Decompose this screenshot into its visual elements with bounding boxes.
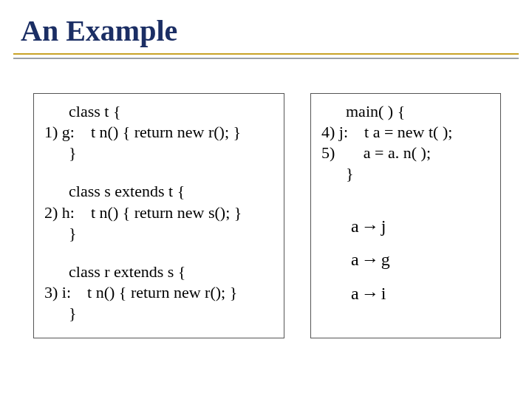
arrow-list: a→j a→g a→i [321, 210, 490, 311]
arrow-row: a→i [351, 277, 490, 311]
arrow-rhs: g [381, 250, 390, 269]
code-line: } [44, 143, 77, 162]
code-line: } [321, 164, 354, 183]
title-underline-gray [13, 58, 519, 59]
code-line: 2) h: t n() { return new s(); } [44, 203, 242, 222]
arrow-icon: → [359, 243, 381, 277]
arrow-lhs: a [351, 216, 359, 236]
code-block-1: class t { 1) g: t n() { return new r(); … [44, 101, 273, 163]
arrow-rhs: i [381, 284, 386, 303]
left-code-box: class t { 1) g: t n() { return new r(); … [33, 93, 284, 338]
arrow-lhs: a [351, 250, 359, 269]
arrow-lhs: a [351, 284, 359, 303]
arrow-icon: → [359, 277, 381, 311]
arrow-row: a→g [351, 243, 490, 277]
code-line: 3) i: t n() { return new r(); } [44, 283, 237, 301]
main-block: main( ) { 4) j: t a = new t( ); 5) a = a… [321, 101, 490, 185]
title-underline-gold [13, 53, 519, 55]
code-line: class r extends s { [44, 262, 185, 281]
code-block-2: class s extends t { 2) h: t n() { return… [44, 181, 273, 243]
code-line: main( ) { [321, 102, 405, 120]
arrow-rhs: j [381, 216, 386, 236]
code-line: 5) a = a. n( ); [321, 143, 431, 162]
code-line: class s extends t { [44, 182, 185, 200]
code-line: } [44, 224, 77, 242]
code-line: } [44, 304, 77, 322]
arrow-icon: → [359, 210, 381, 244]
code-line: 4) j: t a = new t( ); [321, 123, 452, 141]
page-title: An Example [21, 13, 177, 48]
code-block-3: class r extends s { 3) i: t n() { return… [44, 262, 273, 324]
slide: An Example class t { 1) g: t n() { retur… [0, 0, 532, 399]
code-line: class t { [44, 102, 120, 120]
arrow-row: a→j [351, 210, 490, 244]
code-line: 1) g: t n() { return new r(); } [44, 123, 241, 141]
right-code-box: main( ) { 4) j: t a = new t( ); 5) a = a… [310, 93, 501, 338]
